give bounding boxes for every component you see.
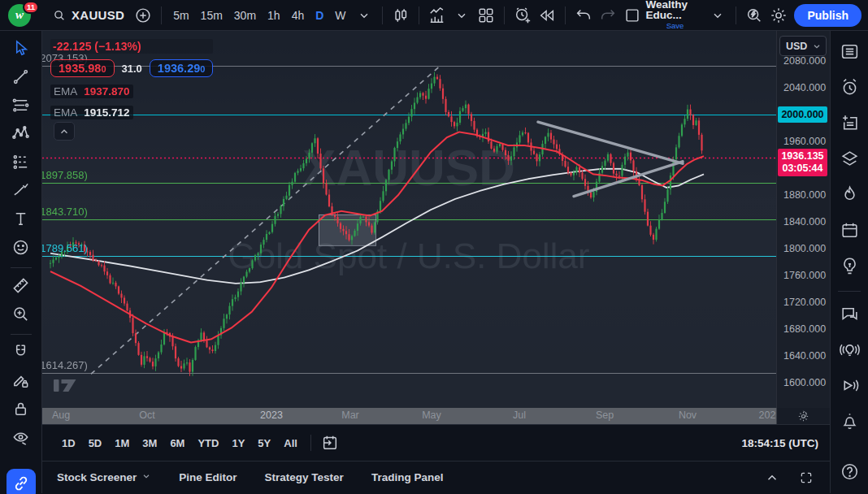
axis-settings-button[interactable] (776, 408, 830, 424)
panel-collapse-icon[interactable] (760, 466, 784, 490)
xabcd-pattern-tool[interactable] (6, 121, 37, 149)
calendar-button[interactable] (834, 216, 865, 247)
trend-line-tool[interactable] (6, 64, 37, 92)
ideas-icon (840, 256, 860, 280)
divider (382, 6, 383, 24)
indicators-icon[interactable] (425, 3, 449, 28)
magnet-icon (11, 343, 30, 365)
redo-icon[interactable] (596, 3, 620, 28)
tab-pine-editor[interactable]: Pine Editor (179, 471, 237, 483)
publish-button[interactable]: Publish (794, 4, 861, 27)
chats-button[interactable] (834, 300, 865, 331)
timeframe-4h[interactable]: 4h (286, 6, 310, 25)
time-axis-label: Jul (513, 410, 526, 421)
timeframe-1h[interactable]: 1h (262, 6, 286, 25)
tab-strategy-tester[interactable]: Strategy Tester (265, 471, 344, 483)
emoji-tool[interactable] (6, 235, 37, 262)
range-1M[interactable]: 1M (108, 434, 136, 453)
tradingview-logo[interactable] (54, 377, 78, 396)
search-icon (52, 8, 67, 23)
range-5D[interactable]: 5D (82, 434, 109, 453)
timeframe-30m[interactable]: 30m (228, 6, 262, 25)
zoom-in-tool[interactable] (6, 301, 37, 329)
ideas-button[interactable] (834, 252, 865, 283)
price-scale[interactable]: USD 2080.0002040.0001960.0001880.0001840… (776, 31, 830, 408)
timeframe-W[interactable]: W (329, 6, 351, 25)
hotlists-button[interactable] (834, 180, 865, 211)
tab-trading-panel[interactable]: Trading Panel (371, 471, 444, 483)
alert-add-icon[interactable] (510, 3, 535, 28)
divider (504, 6, 505, 24)
calendar-icon (840, 220, 860, 244)
price-tick: 1960.000 (783, 136, 826, 147)
currency-value: USD (786, 41, 807, 52)
range-1D[interactable]: 1D (55, 434, 82, 453)
range-6M[interactable]: 6M (163, 434, 191, 453)
compare-add-icon[interactable] (131, 3, 155, 28)
range-All[interactable]: All (277, 434, 304, 453)
layout-chevron-icon[interactable] (705, 3, 730, 28)
time-axis-label: 202 (759, 410, 776, 421)
live-streams-button[interactable] (834, 371, 865, 402)
text-notes-button[interactable] (834, 109, 865, 140)
settings-gear-icon[interactable] (766, 3, 791, 28)
range-1Y[interactable]: 1Y (225, 434, 251, 453)
buy-button[interactable]: 1936.290 (150, 59, 214, 77)
bar-replay-icon[interactable] (535, 3, 559, 28)
timeframe-chevron-icon[interactable] (352, 3, 376, 28)
currency-dropdown[interactable]: USD (779, 36, 827, 56)
brush-tool[interactable] (6, 178, 37, 206)
text-tool[interactable] (6, 206, 37, 234)
go-to-date-icon[interactable] (318, 431, 342, 455)
price-tick: 1720.000 (783, 297, 826, 308)
ema-fast-legend[interactable]: EMA 1937.870 (50, 84, 133, 98)
sync-drawings-button[interactable] (7, 469, 36, 494)
divider (161, 6, 162, 24)
drawing-mode-lock-icon (11, 371, 30, 393)
time-axis-label: May (422, 410, 441, 421)
lock-all-tool[interactable] (6, 396, 37, 424)
tab-stock-screener[interactable]: Stock Screener (57, 471, 151, 483)
magnet-tool[interactable] (6, 340, 37, 367)
range-5Y[interactable]: 5Y (251, 434, 277, 453)
utc-clock[interactable]: 18:54:15 (UTC) (741, 437, 818, 449)
chart-style-candles-icon[interactable] (388, 3, 413, 28)
help-button[interactable] (834, 457, 865, 488)
ema-slow-legend[interactable]: EMA 1915.712 (50, 106, 133, 119)
undo-icon[interactable] (571, 3, 596, 28)
range-YTD[interactable]: YTD (191, 434, 225, 453)
timeframe-15m[interactable]: 15m (195, 6, 228, 25)
divider (11, 267, 32, 268)
time-axis-labels[interactable]: AugOct2023MarMayJulSepNov202 (42, 408, 776, 424)
notifications-button[interactable] (834, 407, 865, 438)
cursor-tool[interactable] (6, 36, 37, 63)
layout-name-menu[interactable]: Wealthy Educ... Save (646, 0, 705, 31)
ruler-tool[interactable] (6, 273, 37, 301)
account-menu-button[interactable]: w 11 (8, 3, 36, 28)
layout-grid-icon[interactable] (474, 3, 498, 28)
fib-retracement-tool[interactable] (6, 93, 37, 120)
hide-drawings-tool[interactable] (6, 425, 37, 453)
sell-button[interactable]: 1935.980 (50, 59, 115, 77)
price-tick: 2080.000 (783, 55, 826, 67)
alerts-button[interactable] (834, 73, 865, 104)
ideas-stream-button[interactable] (834, 336, 865, 366)
object-tree-icon (840, 149, 860, 172)
prediction-tool[interactable] (6, 150, 37, 177)
panel-maximize-icon[interactable] (794, 466, 818, 490)
legend-collapse-button[interactable] (54, 122, 75, 141)
indicators-chevron-icon[interactable] (449, 3, 474, 28)
layout-frame-icon[interactable] (620, 3, 644, 28)
symbol-search[interactable]: XAUUSD (46, 5, 131, 26)
watchlist-button[interactable] (834, 37, 865, 68)
range-3M[interactable]: 3M (136, 434, 163, 453)
timeframe-5m[interactable]: 5m (167, 6, 194, 25)
chart-canvas-area[interactable]: (2073.153)(1897.858)(1843.710)(1789.561)… (42, 31, 776, 408)
divider (565, 6, 566, 24)
object-tree-button[interactable] (834, 145, 865, 176)
time-axis: AugOct2023MarMayJulSepNov202 (42, 408, 830, 424)
drawing-mode-lock-tool[interactable] (6, 368, 37, 396)
quick-search-icon[interactable] (742, 3, 766, 28)
timeframe-D[interactable]: D (310, 6, 329, 25)
save-label[interactable]: Save (666, 20, 684, 31)
